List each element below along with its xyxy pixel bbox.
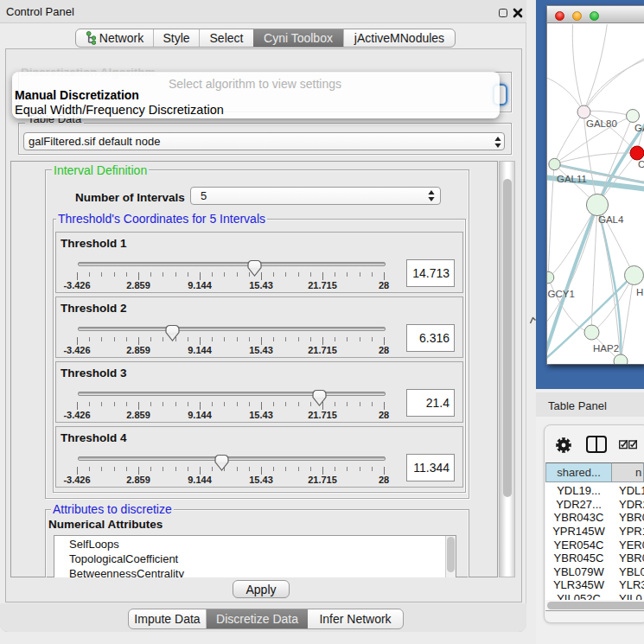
svg-text:GAL80: GAL80 xyxy=(586,118,617,129)
svg-text:GAL11: GAL11 xyxy=(557,174,587,184)
svg-text:HAP2: HAP2 xyxy=(593,343,619,354)
svg-text:GCY1: GCY1 xyxy=(548,289,575,299)
svg-text:GA: GA xyxy=(634,123,644,133)
svg-text:H: H xyxy=(636,287,643,297)
svg-text:C: C xyxy=(638,159,644,169)
svg-text:GAL4: GAL4 xyxy=(598,214,624,225)
